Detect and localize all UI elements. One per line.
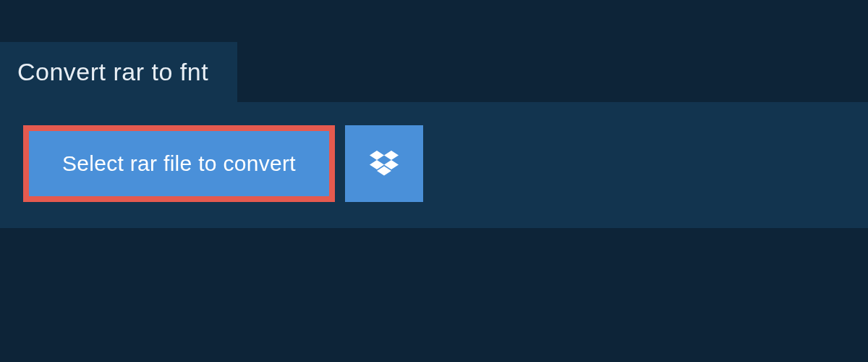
dropbox-icon <box>370 151 399 177</box>
tab-header: Convert rar to fnt <box>0 42 237 102</box>
page-title: Convert rar to fnt <box>17 58 208 86</box>
dropbox-button[interactable] <box>345 125 423 202</box>
button-row: Select rar file to convert <box>23 125 845 202</box>
select-file-label: Select rar file to convert <box>62 151 296 176</box>
select-file-button[interactable]: Select rar file to convert <box>23 125 335 202</box>
convert-panel: Select rar file to convert <box>0 102 868 228</box>
